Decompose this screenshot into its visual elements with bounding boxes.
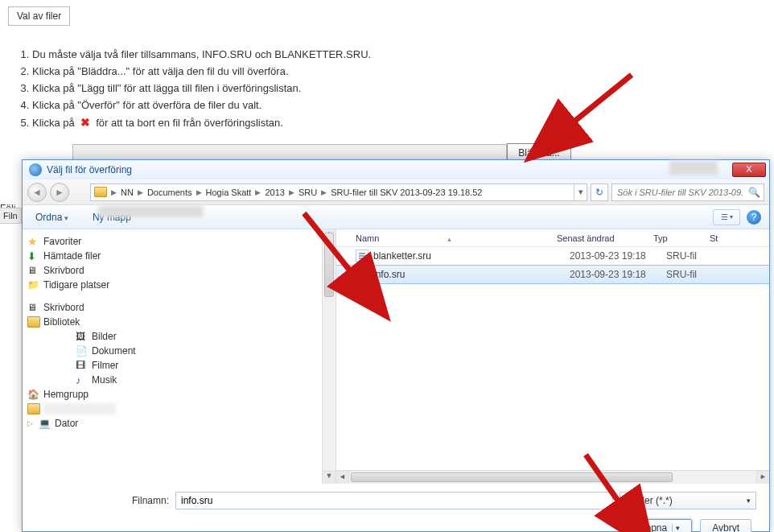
folder-icon	[94, 187, 107, 197]
nav-pictures[interactable]: Bilder	[27, 329, 336, 344]
list-hscrollbar[interactable]: ◄ ►	[336, 470, 769, 484]
home-icon	[27, 389, 40, 400]
chevron-right-icon[interactable]: ▶	[319, 188, 329, 196]
file-open-dialog: Välj fil för överföring X ◄ ► ▶ NN ▶ Doc…	[22, 159, 770, 532]
side-chip: Filn	[0, 208, 22, 224]
document-icon	[76, 345, 89, 357]
chevron-right-icon[interactable]: ▶	[194, 188, 204, 196]
file-modified: 2013-09-23 19:18	[570, 269, 666, 280]
desktop-icon	[27, 265, 40, 276]
dialog-footer: Filnamn: lla filer (*.*) ▾ Öppna ▾ Avbry…	[23, 484, 769, 532]
refresh-button[interactable]: ↻	[591, 184, 608, 201]
library-icon	[27, 316, 40, 328]
chevron-right-icon[interactable]: ▶	[109, 188, 119, 196]
instruction-item: Klicka på "Överför" för att överföra de …	[32, 99, 758, 111]
computer-icon	[39, 418, 51, 429]
nav-music[interactable]: Musik	[27, 373, 336, 387]
folder-icon	[27, 403, 40, 414]
dialog-title-bar: Välj fil för överföring X	[23, 160, 769, 179]
nav-downloads[interactable]: Hämtade filer	[27, 249, 336, 263]
search-box[interactable]: 🔍	[611, 184, 764, 201]
breadcrumb-item[interactable]: Documents	[146, 188, 194, 197]
col-modified[interactable]: Senast ändrad	[557, 233, 653, 243]
scroll-right-icon[interactable]: ►	[756, 471, 769, 484]
nav-library[interactable]: Bibliotek	[27, 315, 336, 329]
col-size[interactable]: St	[710, 233, 769, 243]
breadcrumb-item[interactable]: Hogia Skatt	[204, 188, 253, 197]
scroll-thumb[interactable]	[324, 233, 334, 297]
nav-back-button[interactable]: ◄	[27, 183, 47, 202]
file-icon	[356, 250, 368, 262]
file-name: blanketter.sru	[373, 250, 570, 262]
cancel-button[interactable]: Avbryt	[700, 519, 751, 532]
breadcrumb-item[interactable]: SRU-filer till SKV 2013-09-23 19.18.52	[329, 188, 484, 197]
chevron-down-icon: ▾	[747, 497, 751, 505]
nav-scrollbar[interactable]: ▲ ▼	[322, 229, 336, 484]
file-name: info.sru	[373, 269, 570, 280]
disclosure-triangle-icon[interactable]: ▷	[27, 419, 35, 427]
file-modified: 2013-09-23 19:18	[570, 250, 666, 262]
col-type[interactable]: Typ	[653, 233, 710, 243]
nav-desktop[interactable]: Skrivbord	[27, 263, 336, 278]
nav-films[interactable]: Filmer	[27, 358, 336, 373]
file-icon	[356, 268, 368, 281]
video-icon	[76, 360, 89, 371]
search-input[interactable]	[615, 187, 745, 198]
file-filter-dropdown[interactable]: lla filer (*.*) ▾	[620, 492, 756, 509]
instruction-item: Klicka på ✖ för att ta bort en fil från …	[32, 116, 758, 129]
download-icon	[27, 250, 40, 262]
search-icon[interactable]: 🔍	[748, 187, 760, 198]
nav-computer[interactable]: ▷Dator	[27, 416, 336, 431]
scroll-left-icon[interactable]: ◄	[336, 471, 349, 484]
organize-menu[interactable]: Ordna	[31, 208, 73, 226]
file-row[interactable]: blanketter.sru 2013-09-23 19:18 SRU-fil	[336, 247, 769, 265]
instruction-item: Klicka på "Lägg till" för att lägga till…	[32, 82, 758, 94]
chevron-down-icon[interactable]: ▾	[672, 524, 680, 532]
chevron-right-icon[interactable]: ▶	[286, 188, 297, 196]
breadcrumb[interactable]: ▶ NN ▶ Documents ▶ Hogia Skatt ▶ 2013 ▶ …	[90, 184, 587, 201]
filter-label: lla filer (*.*)	[625, 495, 673, 506]
file-row-selected[interactable]: info.sru 2013-09-23 19:18 SRU-fil	[336, 265, 769, 284]
open-button[interactable]: Öppna ▾	[626, 519, 692, 532]
dialog-title: Välj fil för överföring	[47, 164, 132, 175]
nav-tree: Favoriter Hämtade filer Skrivbord Tidiga…	[23, 229, 336, 484]
column-headers[interactable]: Namn ▲ Senast ändrad Typ St	[336, 229, 769, 247]
breadcrumb-item[interactable]: 2013	[263, 188, 286, 197]
chevron-right-icon[interactable]: ▶	[253, 188, 263, 196]
col-name[interactable]: Namn ▲	[356, 233, 557, 243]
file-list: Namn ▲ Senast ändrad Typ St blanketter.s…	[336, 229, 769, 484]
instruction-list: Du måste välja två filer tillsammans, IN…	[32, 48, 758, 129]
chevron-down-icon: ▾	[730, 213, 733, 221]
blurred-region	[669, 161, 718, 175]
scroll-down-icon[interactable]: ▼	[323, 471, 336, 484]
nav-documents[interactable]: Dokument	[27, 344, 336, 358]
breadcrumb-item[interactable]: SRU	[297, 188, 319, 197]
help-icon[interactable]: ?	[747, 210, 761, 225]
nav-homegroup[interactable]: Hemgrupp	[27, 387, 336, 402]
recent-icon	[27, 279, 40, 291]
nav-favorites[interactable]: Favoriter	[27, 234, 336, 249]
breadcrumb-item[interactable]: NN	[119, 188, 135, 197]
instruction-item: Du måste välja två filer tillsammans, IN…	[32, 48, 758, 60]
music-icon	[76, 374, 89, 386]
sort-asc-icon: ▲	[381, 236, 452, 243]
breadcrumb-history-dropdown[interactable]: ▾	[574, 184, 587, 200]
text: för att ta bort en fil från överföringsl…	[96, 117, 283, 129]
filename-input[interactable]	[175, 492, 613, 509]
delete-x-icon: ✖	[80, 116, 90, 129]
chevron-right-icon[interactable]: ▶	[135, 188, 146, 196]
nav-desktop-root[interactable]: Skrivbord	[27, 300, 336, 315]
nav-recent[interactable]: Tidigare platser	[27, 278, 336, 292]
nav-row: ◄ ► ▶ NN ▶ Documents ▶ Hogia Skatt ▶ 201…	[23, 179, 769, 205]
nav-blurred[interactable]	[27, 402, 336, 416]
list-view-icon: ☰	[721, 212, 728, 221]
view-mode-button[interactable]: ☰ ▾	[713, 209, 740, 225]
filename-label: Filnamn:	[124, 495, 169, 506]
file-type: SRU-fil	[666, 269, 723, 280]
close-button[interactable]: X	[732, 163, 766, 177]
ie-icon	[29, 163, 42, 176]
nav-forward-button[interactable]: ►	[50, 183, 69, 202]
scroll-thumb[interactable]	[351, 472, 673, 482]
desktop-icon	[27, 302, 40, 313]
tab-header[interactable]: Val av filer	[8, 6, 70, 26]
